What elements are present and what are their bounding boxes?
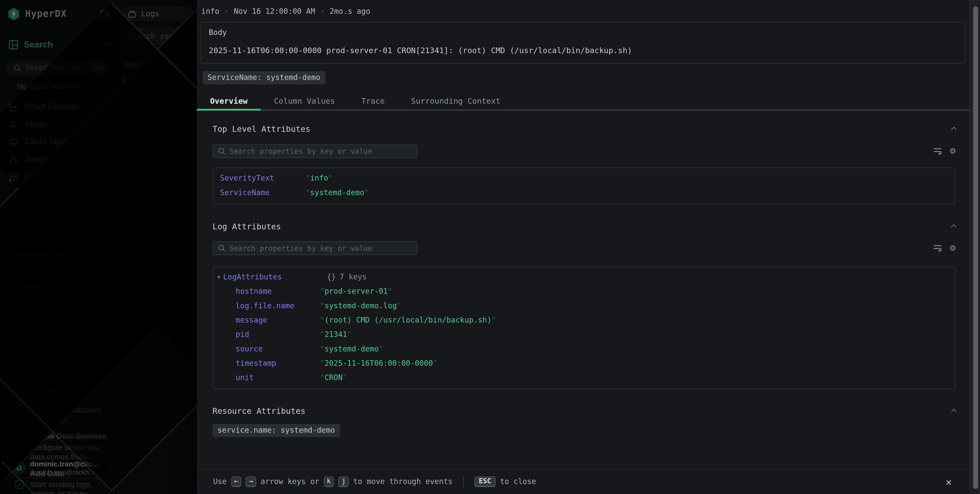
tab-trace[interactable]: Trace: [348, 92, 398, 111]
top-level-attributes-header: Top Level Attributes: [212, 125, 956, 135]
servicename-tag[interactable]: ServiceName: systemd-demo: [202, 71, 325, 84]
dot-separator: ·: [320, 7, 325, 16]
properties-search-input[interactable]: [229, 147, 412, 155]
attribute-key[interactable]: message: [236, 316, 320, 325]
attribute-row: unit CRON: [213, 371, 955, 385]
esc-key[interactable]: ESC: [474, 476, 496, 487]
search-icon: [218, 244, 226, 252]
attribute-key[interactable]: timestamp: [236, 359, 320, 368]
footer-text: to close: [500, 477, 536, 487]
gear-icon[interactable]: ⚙: [950, 242, 956, 254]
attribute-value[interactable]: systemd-demo: [320, 344, 383, 354]
resource-attributes-header: Resource Attributes: [212, 406, 956, 416]
footer-text: Use: [213, 477, 227, 487]
top-level-attributes-table: SeverityText info ServiceName systemd-de…: [212, 167, 956, 204]
gear-icon[interactable]: ⚙: [950, 145, 956, 157]
service-name-tag[interactable]: service.name: systemd-demo: [212, 424, 340, 437]
footer-text: to move through events: [353, 477, 452, 487]
attribute-value[interactable]: systemd-demo.log: [320, 301, 401, 311]
logattributes-root-row[interactable]: ▾ LogAttributes {} 7 keys: [213, 270, 955, 284]
attribute-row: message (root) CMD (/usr/local/bin/backu…: [213, 313, 955, 327]
arrow-right-key[interactable]: →: [246, 476, 256, 487]
attribute-row: hostname prod-server-01: [213, 284, 955, 299]
attribute-key[interactable]: pid: [236, 330, 320, 339]
attribute-key[interactable]: ServiceName: [220, 188, 305, 198]
attribute-value[interactable]: 2025-11-16T06:00:00-0000: [320, 359, 438, 368]
event-details-drawer: info · Nov 16 12:00:00 AM · 2mo.s ago Bo…: [197, 0, 969, 494]
resource-tags: service.name: systemd-demo: [212, 424, 956, 437]
drawer-tabs: Overview Column Values Trace Surrounding…: [197, 92, 969, 111]
event-timestamp: Nov 16 12:00:00 AM: [234, 7, 315, 16]
attribute-key[interactable]: unit: [236, 373, 320, 382]
scrollbar-track: [969, 0, 980, 494]
arrow-left-key[interactable]: ←: [231, 476, 242, 487]
properties-search[interactable]: [212, 144, 417, 158]
attribute-key[interactable]: SeverityText: [220, 174, 305, 183]
overview-panel: Top Level Attributes ⚙: [197, 125, 969, 437]
attribute-key[interactable]: source: [236, 344, 320, 354]
toolbar-icons: ⚙: [933, 242, 956, 254]
tab-column-values[interactable]: Column Values: [261, 92, 348, 111]
footer-text: arrow keys or: [261, 477, 320, 487]
attribute-value[interactable]: (root) CMD (/usr/local/bin/backup.sh): [320, 316, 496, 325]
body-card: Body 2025-11-16T06:00:00-0000 prod-serve…: [201, 22, 966, 64]
tab-surrounding-context[interactable]: Surrounding Context: [398, 92, 514, 111]
modal-dim-overlay: [0, 0, 197, 494]
attribute-row: log.file.name systemd-demo.log: [213, 299, 955, 313]
search-icon: [218, 147, 226, 155]
j-key[interactable]: j: [338, 476, 349, 487]
drawer-footer: Use ← → arrow keys or k j to move throug…: [197, 469, 969, 494]
key-count: 7 keys: [340, 272, 367, 282]
toolbar-icons: ⚙: [933, 145, 956, 157]
dot-separator: ·: [224, 7, 229, 16]
event-tags: ServiceName: systemd-demo: [202, 71, 969, 84]
section-title: Log Attributes: [212, 222, 281, 232]
attribute-row: timestamp 2025-11-16T06:00:00-0000: [213, 356, 955, 371]
wrap-lines-icon[interactable]: [933, 147, 942, 155]
attribute-key[interactable]: hostname: [236, 287, 320, 296]
triangle-down-icon[interactable]: ▾: [217, 273, 221, 281]
attribute-value[interactable]: systemd-demo: [305, 188, 369, 198]
scrollbar-thumb[interactable]: [973, 6, 978, 489]
event-age: 2mo.s ago: [329, 7, 370, 16]
log-attributes-toolbar: ⚙: [212, 241, 956, 255]
app-root: HyperDX Search Saved Searches ⌘K No save…: [0, 0, 980, 494]
log-attributes-header: Log Attributes: [212, 222, 956, 232]
body-text[interactable]: 2025-11-16T06:00:00-0000 prod-server-01 …: [209, 46, 958, 56]
k-key[interactable]: k: [324, 476, 334, 487]
top-level-toolbar: ⚙: [212, 144, 956, 158]
attribute-row: pid 21341: [213, 327, 955, 342]
attribute-value[interactable]: 21341: [320, 330, 352, 339]
attribute-key[interactable]: LogAttributes: [223, 272, 282, 282]
attribute-value[interactable]: CRON: [320, 373, 347, 382]
log-attributes-table: ▾ LogAttributes {} 7 keys hostname prod-…: [212, 266, 956, 389]
collapse-section-icon[interactable]: [951, 409, 956, 414]
attribute-row: ServiceName systemd-demo: [213, 185, 955, 200]
braces-icon: {}: [327, 272, 336, 282]
section-title: Top Level Attributes: [212, 125, 310, 135]
attribute-value[interactable]: prod-server-01: [320, 287, 392, 296]
close-icon[interactable]: ×: [945, 477, 952, 488]
severity-label: info: [201, 7, 220, 16]
properties-search-input[interactable]: [229, 244, 412, 252]
event-header: info · Nov 16 12:00:00 AM · 2mo.s ago: [197, 0, 969, 16]
body-label: Body: [209, 28, 958, 38]
properties-search[interactable]: [212, 241, 417, 255]
attribute-key[interactable]: log.file.name: [236, 301, 320, 311]
tab-overview[interactable]: Overview: [197, 92, 261, 111]
collapse-section-icon[interactable]: [951, 127, 956, 132]
wrap-lines-icon[interactable]: [933, 244, 942, 252]
collapse-section-icon[interactable]: [951, 224, 956, 229]
attribute-value[interactable]: info: [305, 174, 333, 183]
divider: [463, 476, 464, 488]
attribute-row: source systemd-demo: [213, 342, 955, 356]
attribute-row: SeverityText info: [213, 171, 955, 185]
section-title: Resource Attributes: [212, 406, 305, 416]
